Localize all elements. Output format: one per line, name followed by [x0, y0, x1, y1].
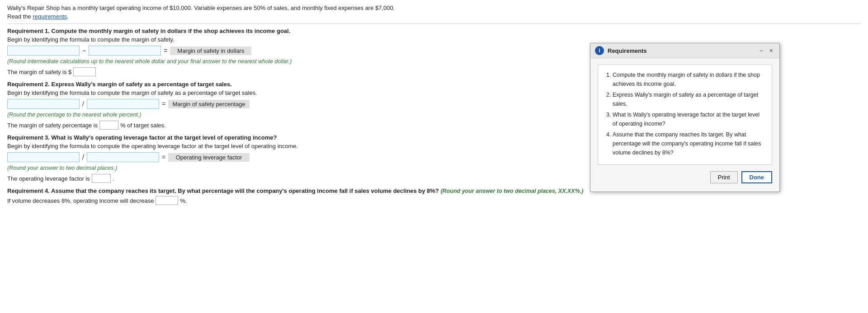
dialog-controls: − ×	[758, 47, 775, 54]
req4-answer-input[interactable]	[156, 196, 178, 205]
req4-green-note: (Round your answer to two decimal places…	[440, 188, 583, 194]
dialog-body: Compute the monthly margin of safety in …	[590, 58, 779, 192]
req1-sub: Begin by identifying the formula to comp…	[7, 36, 861, 43]
req2-answer-input[interactable]	[99, 121, 118, 130]
dialog-close-button[interactable]: ×	[768, 47, 775, 54]
req1-minus-op: −	[82, 47, 86, 54]
req1-input-right[interactable]	[89, 46, 161, 56]
req3-input-right[interactable]	[87, 152, 159, 162]
dialog-req-item-3: What is Wally's operating leverage facto…	[613, 110, 765, 128]
req4-answer-pre: If volume decreases 8%, operating income…	[7, 197, 154, 204]
dialog-req-item-4: Assume that the company reaches its targ…	[613, 130, 765, 157]
req3-answer-pre: The operating leverage factor is	[7, 175, 90, 182]
req2-formula-label: Margin of safety percentage	[168, 100, 250, 108]
dialog-footer: Print Done	[598, 171, 772, 185]
requirements-link[interactable]: requirements	[33, 13, 67, 20]
dialog-req-item-2: Express Wally's margin of safety as a pe…	[613, 90, 765, 108]
req3-equals-op: =	[162, 154, 165, 161]
dialog-req-list: Compute the monthly margin of safety in …	[604, 70, 765, 157]
req3-input-left[interactable]	[7, 152, 80, 162]
req3-answer-input[interactable]	[92, 174, 111, 183]
req2-input-left[interactable]	[7, 99, 80, 109]
req4-answer-post: %.	[180, 197, 187, 204]
req2-answer-pre: The margin of safety percentage is	[7, 122, 98, 129]
req1-formula-label: Margin of safety in dollars	[170, 47, 251, 55]
top-divider	[7, 23, 861, 24]
req3-divide-op: /	[82, 154, 84, 161]
req1-equals-op: =	[164, 47, 167, 54]
req1-input-left[interactable]	[7, 46, 80, 56]
req4-answer-row: If volume decreases 8%, operating income…	[7, 196, 861, 205]
read-req-line: Read the requirements.	[7, 13, 861, 20]
req3-answer-post: .	[113, 175, 114, 182]
info-icon: i	[595, 46, 604, 55]
req3-formula-label: Operating leverage factor	[168, 153, 250, 162]
req2-equals-op: =	[162, 100, 165, 107]
print-button[interactable]: Print	[710, 171, 738, 183]
req2-answer-mid: % of target sales.	[120, 122, 165, 129]
dialog-minimize-button[interactable]: −	[758, 47, 765, 54]
dialog-header: i Requirements − ×	[590, 43, 779, 58]
req2-input-right[interactable]	[87, 99, 159, 109]
intro-text: Wally's Repair Shop has a monthly target…	[7, 5, 861, 11]
req1-answer-pre: The margin of safety is $	[7, 69, 71, 75]
done-button[interactable]: Done	[741, 171, 773, 183]
dialog-req-box: Compute the monthly margin of safety in …	[598, 65, 772, 165]
dialog-title: Requirements	[608, 47, 754, 54]
req1-title: Requirement 1. Compute the monthly margi…	[7, 28, 861, 34]
dialog-req-item-1: Compute the monthly margin of safety in …	[613, 70, 765, 89]
req1-answer-input[interactable]	[73, 67, 96, 76]
requirements-dialog: i Requirements − × Compute the monthly m…	[590, 43, 780, 192]
req2-divide-op: /	[82, 100, 84, 107]
